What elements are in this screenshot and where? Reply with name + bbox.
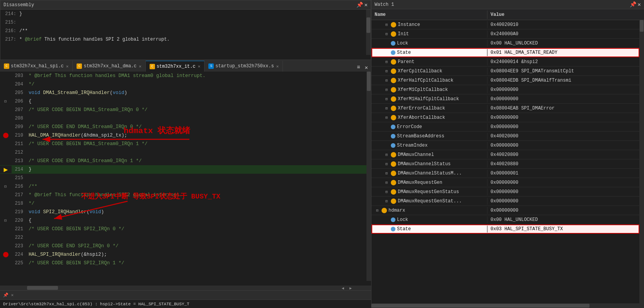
tab-close-dma[interactable]: ✕ — [139, 64, 141, 69]
breakpoint-210[interactable] — [3, 133, 9, 138]
expand-icon-17[interactable]: ⊞ — [384, 180, 389, 185]
expand-icon-2[interactable] — [384, 41, 389, 46]
watch-row-18[interactable]: ⊞DMAmuxRequestGenStatus0x00000000 — [371, 187, 639, 197]
tab-close-all-btn[interactable]: ✕ — [363, 63, 370, 72]
watch-row-22[interactable]: State0x03 HAL_SPI_STATE_BUSY_TX — [371, 224, 639, 234]
expand-icon-18[interactable]: ⊞ — [384, 189, 389, 195]
watch-row-15[interactable]: ⊞DMAmuxChannelStatus0x40020880 — [371, 159, 639, 169]
disasm-line-215: 215: — [0, 18, 371, 27]
tab-icon-dma: C — [77, 63, 82, 69]
disassembly-vscroll[interactable] — [366, 10, 371, 55]
watch-row-19[interactable]: ⊞DMAmuxRequestGenStat...0x00000000 — [371, 197, 639, 206]
expand-icon-3[interactable] — [384, 50, 389, 55]
disassembly-title-label: Disassembly — [3, 2, 34, 8]
expand-icon-13[interactable] — [384, 143, 389, 148]
watch-name-text-21: Lock — [397, 217, 408, 222]
disassembly-titlebar-icons[interactable]: 📌 ✕ — [356, 2, 368, 8]
watch-body[interactable]: ⊞Instance0x40020010⊞Init0x240000A0Lock0x… — [371, 20, 639, 303]
expand-icon-1[interactable]: ⊞ — [384, 31, 389, 37]
watch-row-12[interactable]: StreamBaseAddress0x40020000 — [371, 132, 639, 141]
tab-overflow-btn[interactable]: ≡ — [355, 63, 361, 72]
bottom-toolbar: 📌 ✕ — [0, 290, 371, 299]
watch-row-21[interactable]: Lock0x00 HAL_UNLOCKED — [371, 215, 639, 224]
watch-row-3[interactable]: State0x01 HAL_DMA_STATE_READY — [371, 48, 639, 57]
disassembly-code-scroll[interactable]: 214: } 215: 216: /** 217: * @brief This … — [0, 10, 371, 60]
expand-icon-16[interactable]: ⊞ — [384, 171, 389, 176]
tab-it[interactable]: C stm32h7xx_it.c ✕ — [146, 61, 204, 72]
disasm-line-217: 217: * @brief This function handles SPI … — [0, 35, 371, 44]
expand-216[interactable]: ⊟ — [4, 184, 7, 189]
expand-icon-9[interactable]: ⊞ — [384, 106, 389, 111]
code-body[interactable]: hdmatx 状态就绪 不进入SPI中断 导致SPI状态处于 BUSY_TX — [0, 72, 371, 286]
expand-206[interactable]: ⊟ — [4, 99, 7, 104]
expand-icon-8[interactable]: ⊞ — [384, 96, 389, 102]
breakpoint-224[interactable] — [3, 252, 9, 257]
watch-name-text-2: Lock — [397, 41, 408, 46]
tab-hal-spi[interactable]: C stm32h7xx_hal_spi.c ✕ — [0, 61, 73, 72]
watch-val-cell-16: 0x00000001 — [487, 170, 639, 177]
expand-icon-22[interactable] — [384, 226, 389, 232]
watch-row-11[interactable]: ErrorCode0x00000000 — [371, 122, 639, 132]
watch-row-4[interactable]: ⊞Parent0x24000014 &hspi2 — [371, 57, 639, 67]
watch-name-cell-22: State — [371, 226, 487, 233]
tab-close-startup[interactable]: ✕ — [276, 64, 279, 69]
watch-name-text-11: ErrorCode — [397, 124, 422, 130]
watch-row-9[interactable]: ⊞XferErrorCallback0x08004EAB SPI_DMAErro… — [371, 104, 639, 113]
watch-name-text-1: Init — [398, 31, 409, 37]
watch-row-5[interactable]: ⊞XferCpltCallback0x08004EE9 SPI_DMATrans… — [371, 67, 639, 76]
expand-icon-14[interactable]: ⊞ — [384, 152, 389, 157]
watch-name-cell-10: ⊞XferAbortCallback — [371, 114, 487, 121]
watch-row-7[interactable]: ⊞XferM1CpltCallback0x00000000 — [371, 85, 639, 94]
code-vscroll[interactable] — [366, 72, 371, 281]
expand-icon-6[interactable]: ⊞ — [384, 78, 389, 83]
gutter-224 — [0, 252, 12, 257]
watch-row-2[interactable]: Lock0x00 HAL_UNLOCKED — [371, 39, 639, 48]
watch-name-text-8: XferM1HalfCpltCallback — [398, 96, 459, 102]
code-hscroll-bar[interactable]: ◀ ▶ — [0, 286, 371, 290]
tab-close-it[interactable]: ✕ — [198, 64, 201, 69]
watch-name-text-14: DMAmuxChannel — [398, 152, 434, 157]
watch-row-1[interactable]: ⊞Init0x240000A0 — [371, 29, 639, 39]
tab-startup[interactable]: S startup_stm32h750xx.s ✕ — [204, 61, 283, 72]
watch-name-cell-4: ⊞Parent — [371, 58, 487, 65]
watch-row-20[interactable]: ⊞hdmarx0x00000000 — [371, 206, 639, 215]
disassembly-window: Disassembly 📌 ✕ 214: } 215: 216: /** 217… — [0, 0, 371, 60]
code-line-222: 222 — [0, 233, 371, 242]
watch-icon-1 — [391, 31, 396, 37]
watch-row-13[interactable]: StreamIndex0x00000000 — [371, 141, 639, 150]
expand-icon-12[interactable] — [384, 133, 389, 139]
expand-icon-10[interactable]: ⊞ — [384, 115, 389, 120]
expand-icon-4[interactable]: ⊞ — [384, 59, 389, 65]
watch-icon-2 — [391, 41, 395, 46]
expand-icon-5[interactable]: ⊞ — [384, 68, 389, 74]
watch-row-0[interactable]: ⊞Instance0x40020010 — [371, 20, 639, 29]
tab-bar: C stm32h7xx_hal_spi.c ✕ C stm32h7xx_hal_… — [0, 60, 371, 72]
code-line-209: 209 /* USER CODE END DMA1_Stream0_IRQn 0… — [0, 123, 371, 131]
watch-row-14[interactable]: ⊞DMAmuxChannel0x40020800 — [371, 150, 639, 159]
expand-icon-20[interactable]: ⊞ — [375, 208, 380, 213]
watch-close-icon[interactable]: ✕ — [638, 1, 641, 8]
tab-close-spi[interactable]: ✕ — [66, 64, 69, 69]
expand-icon-19[interactable]: ⊞ — [384, 198, 389, 204]
watch-row-16[interactable]: ⊞DMAmuxChannelStatusM...0x00000001 — [371, 169, 639, 178]
watch-row-17[interactable]: ⊞DMAmuxRequestGen0x00000000 — [371, 178, 639, 187]
expand-icon-11[interactable] — [384, 124, 389, 130]
watch-row-8[interactable]: ⊞XferM1HalfCpltCallback0x00000000 — [371, 94, 639, 104]
pin-icon[interactable]: 📌 — [356, 2, 363, 8]
watch-val-cell-18: 0x00000000 — [487, 188, 639, 195]
expand-icon-0[interactable]: ⊞ — [384, 22, 389, 27]
close-icon[interactable]: ✕ — [365, 2, 368, 8]
watch-hscroll[interactable] — [371, 303, 644, 308]
expand-icon-15[interactable]: ⊞ — [384, 161, 389, 167]
expand-icon-7[interactable]: ⊞ — [384, 87, 389, 92]
tab-actions: ≡ ✕ — [355, 63, 371, 72]
tab-hal-dma[interactable]: C stm32h7xx_hal_dma.c ✕ — [73, 61, 145, 72]
watch-row-10[interactable]: ⊞XferAbortCallback0x00000000 — [371, 113, 639, 122]
watch-icon-22 — [391, 227, 395, 231]
watch-row-6[interactable]: ⊞XferHalfCpltCallback0x08004EDB SPI_DMAH… — [371, 76, 639, 85]
expand-220[interactable]: ⊟ — [4, 218, 7, 223]
watch-vscroll[interactable] — [639, 20, 644, 303]
watch-pin-icon[interactable]: 📌 — [630, 1, 636, 8]
expand-icon-21[interactable] — [384, 217, 389, 222]
tab-label-startup: startup_stm32h750xx.s — [215, 63, 274, 69]
